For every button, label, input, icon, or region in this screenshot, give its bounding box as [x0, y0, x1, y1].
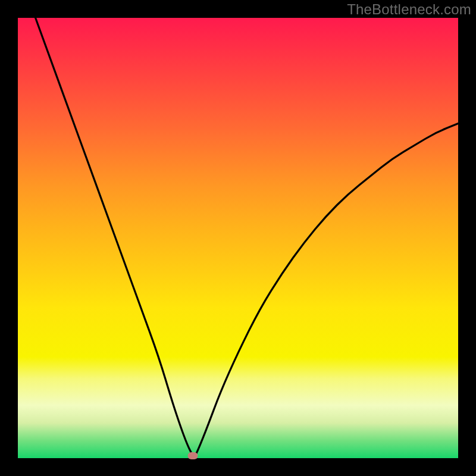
optimal-point-marker [187, 452, 198, 459]
bottleneck-curve [18, 18, 458, 458]
chart-frame: TheBottleneck.com [0, 0, 476, 476]
watermark-text: TheBottleneck.com [347, 1, 471, 18]
plot-area [18, 18, 458, 458]
